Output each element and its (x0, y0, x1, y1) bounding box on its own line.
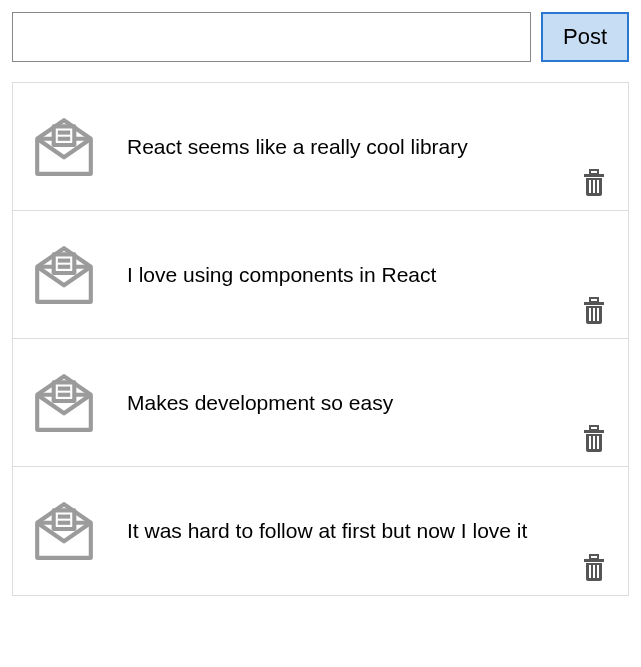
trash-icon (582, 553, 606, 581)
trash-icon (582, 424, 606, 452)
svg-rect-35 (597, 565, 599, 578)
post-list: React seems like a really cool library (12, 82, 629, 596)
post-input[interactable] (12, 12, 531, 62)
svg-rect-19 (54, 382, 75, 401)
svg-rect-7 (593, 180, 595, 193)
envelope-icon (31, 498, 97, 564)
delete-button[interactable] (578, 166, 610, 198)
svg-rect-5 (590, 170, 598, 174)
envelope-icon (31, 242, 97, 308)
composer-row: Post (12, 12, 629, 62)
list-item: Makes development so easy (13, 339, 628, 467)
list-item: React seems like a really cool library (13, 83, 628, 211)
delete-button[interactable] (578, 294, 610, 326)
svg-rect-28 (54, 510, 75, 529)
envelope-icon (31, 370, 97, 436)
svg-rect-33 (589, 565, 591, 578)
trash-icon (582, 168, 606, 196)
svg-rect-17 (597, 308, 599, 321)
svg-rect-15 (589, 308, 591, 321)
svg-rect-6 (589, 180, 591, 193)
svg-rect-23 (590, 426, 598, 430)
trash-icon (582, 296, 606, 324)
delete-button[interactable] (578, 551, 610, 583)
svg-rect-10 (54, 254, 75, 273)
post-text: React seems like a really cool library (127, 132, 610, 161)
svg-rect-16 (593, 308, 595, 321)
svg-rect-34 (593, 565, 595, 578)
svg-rect-1 (54, 126, 75, 145)
svg-rect-24 (589, 436, 591, 449)
post-button[interactable]: Post (541, 12, 629, 62)
svg-rect-32 (590, 555, 598, 559)
post-text: I love using components in React (127, 260, 610, 289)
envelope-icon (31, 114, 97, 180)
post-text: It was hard to follow at first but now I… (127, 516, 610, 545)
svg-rect-14 (590, 298, 598, 302)
svg-rect-25 (593, 436, 595, 449)
delete-button[interactable] (578, 422, 610, 454)
post-text: Makes development so easy (127, 388, 610, 417)
list-item: It was hard to follow at first but now I… (13, 467, 628, 595)
svg-rect-26 (597, 436, 599, 449)
list-item: I love using components in React (13, 211, 628, 339)
svg-rect-8 (597, 180, 599, 193)
